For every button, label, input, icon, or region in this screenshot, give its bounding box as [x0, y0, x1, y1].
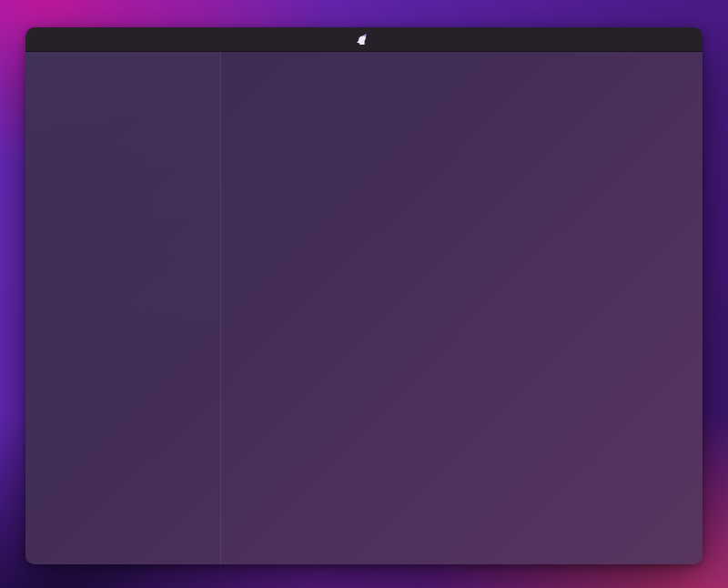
- layer-setup-panel: [221, 52, 703, 564]
- window-title: [25, 33, 703, 46]
- unicorn-app-icon: [355, 33, 368, 46]
- sidebar: [25, 52, 221, 564]
- app-window: [25, 27, 703, 564]
- title-bar[interactable]: [25, 27, 703, 52]
